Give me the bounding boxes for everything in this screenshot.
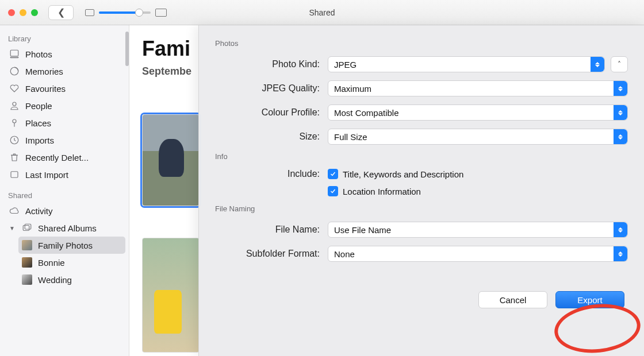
section-header-file-naming: File Naming (215, 204, 628, 213)
svg-point-3 (13, 102, 16, 106)
clock-icon (9, 135, 20, 145)
include-location-label: Location Information (343, 187, 421, 196)
select-value: None (334, 249, 355, 259)
zoom-in-icon[interactable] (155, 9, 167, 17)
sidebar-item-bonnie[interactable]: Bonnie (18, 254, 125, 271)
minimize-window-icon[interactable] (20, 9, 26, 16)
sidebar-item-label: Places (25, 118, 51, 128)
select-stepper-icon (591, 57, 604, 72)
sidebar-item-label: Imports (25, 136, 54, 145)
sidebar-item-label: Wedding (38, 275, 72, 285)
size-label: Size: (207, 131, 328, 142)
sidebar-item-last-import[interactable]: Last Import (6, 166, 125, 183)
file-name-label: File Name: (207, 225, 328, 235)
photo-kind-select[interactable]: JPEG (328, 56, 605, 72)
sidebar-item-activity[interactable]: Activity (6, 202, 125, 219)
colour-profile-select[interactable]: Most Compatible (328, 105, 628, 121)
sidebar-item-memories[interactable]: Memories (6, 63, 125, 80)
subfolder-format-select[interactable]: None (328, 246, 628, 262)
album-thumbnail-icon (22, 240, 32, 250)
sidebar-item-shared-albums[interactable]: ▼ Shared Albums (6, 219, 125, 237)
photo-thumbnail[interactable] (142, 238, 200, 353)
button-label: Export (577, 295, 602, 305)
select-stepper-icon (614, 222, 627, 237)
button-label: Cancel (500, 295, 527, 305)
sidebar-item-family-photos[interactable]: Family Photos (18, 237, 125, 254)
sidebar: Library Photos Memories Favourites Peopl… (0, 25, 129, 356)
select-value: Maximum (334, 84, 371, 94)
heart-icon (9, 83, 20, 94)
fullscreen-window-icon[interactable] (31, 9, 38, 16)
photos-icon (9, 49, 20, 59)
album-thumbnail-icon (22, 274, 32, 285)
sidebar-item-people[interactable]: People (6, 97, 125, 114)
section-header-photos: Photos (215, 39, 628, 48)
check-icon (329, 171, 336, 177)
export-sheet: Photos Photo Kind: JPEG ˄ JPEG Quality: … (198, 25, 644, 356)
sidebar-item-favourites[interactable]: Favourites (6, 80, 125, 97)
sidebar-item-label: Photos (25, 49, 52, 59)
photo-thumbnail[interactable] (142, 114, 200, 206)
sidebar-scrollbar[interactable] (125, 32, 129, 66)
sidebar-item-label: Bonnie (38, 258, 65, 268)
select-stepper-icon (614, 129, 627, 144)
albums-icon (22, 223, 32, 233)
thumbnail-zoom (85, 9, 167, 17)
zoom-slider-knob[interactable] (135, 9, 143, 17)
sidebar-item-label: Family Photos (38, 241, 93, 250)
include-title-label: Title, Keywords and Description (343, 169, 463, 179)
select-stepper-icon (614, 105, 627, 120)
sidebar-section-header: Shared (6, 188, 125, 202)
close-window-icon[interactable] (8, 9, 15, 16)
svg-rect-7 (11, 172, 18, 178)
collapse-section-button[interactable]: ˄ (611, 56, 628, 72)
pin-icon (9, 118, 20, 128)
include-location-checkbox[interactable] (328, 186, 338, 196)
select-value: Most Compatible (334, 108, 399, 118)
sidebar-item-label: Recently Delet... (25, 153, 89, 162)
jpeg-quality-select[interactable]: Maximum (328, 80, 628, 96)
file-name-select[interactable]: Use File Name (328, 222, 628, 238)
select-stepper-icon (614, 81, 627, 96)
annotation-circle (552, 300, 643, 356)
jpeg-quality-label: JPEG Quality: (207, 83, 328, 94)
select-value: JPEG (334, 60, 356, 69)
select-value: Full Size (334, 132, 367, 142)
back-button[interactable]: ❮ (48, 5, 74, 20)
sidebar-item-places[interactable]: Places (6, 114, 125, 131)
sidebar-item-label: Memories (25, 67, 63, 76)
person-icon (9, 100, 20, 111)
toolbar: ❮ Shared (0, 0, 644, 25)
import-icon (9, 169, 20, 180)
svg-rect-1 (10, 57, 18, 58)
window-controls (8, 9, 38, 16)
sidebar-item-label: Last Import (25, 170, 68, 180)
size-select[interactable]: Full Size (328, 129, 628, 145)
svg-rect-0 (10, 50, 18, 56)
album-thumbnail-icon (22, 257, 32, 268)
chevron-left-icon: ❮ (57, 7, 65, 18)
include-title-checkbox[interactable] (328, 169, 338, 179)
zoom-slider[interactable] (99, 11, 151, 14)
select-value: Use File Name (334, 225, 391, 235)
zoom-out-icon[interactable] (85, 9, 94, 16)
photo-kind-label: Photo Kind: (207, 59, 328, 69)
cloud-icon (9, 206, 20, 216)
svg-rect-9 (25, 224, 31, 229)
disclosure-triangle-icon[interactable]: ▼ (9, 225, 15, 231)
select-stepper-icon (614, 246, 627, 261)
sidebar-item-label: People (25, 101, 52, 111)
sidebar-item-wedding[interactable]: Wedding (18, 271, 125, 288)
sidebar-item-photos[interactable]: Photos (6, 45, 125, 63)
trash-icon (9, 152, 20, 162)
cancel-button[interactable]: Cancel (478, 291, 547, 308)
chevron-up-icon: ˄ (618, 60, 621, 68)
sidebar-item-imports[interactable]: Imports (6, 131, 125, 149)
sidebar-item-recently-deleted[interactable]: Recently Delet... (6, 149, 125, 166)
svg-point-4 (13, 119, 16, 123)
section-header-info: Info (215, 152, 628, 161)
sidebar-item-label: Activity (25, 206, 53, 216)
subfolder-format-label: Subfolder Format: (207, 249, 328, 259)
memories-icon (9, 66, 20, 76)
export-button[interactable]: Export (555, 291, 624, 308)
